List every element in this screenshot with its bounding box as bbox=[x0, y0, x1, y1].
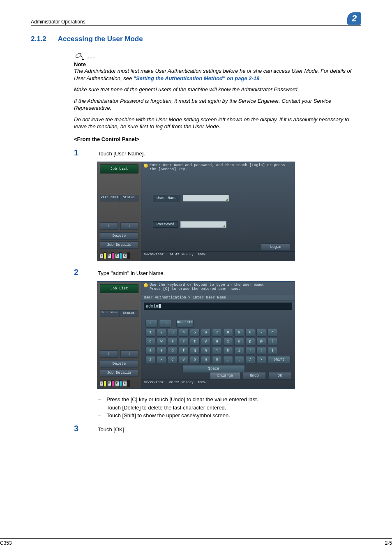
key-3[interactable]: 3 bbox=[168, 329, 178, 337]
key-9[interactable]: 9 bbox=[234, 329, 244, 337]
key-][interactable]: ] bbox=[267, 347, 277, 355]
toner-levels-2: Y M C K bbox=[100, 380, 138, 387]
key--[interactable]: - bbox=[256, 329, 266, 337]
hint-bulb-icon bbox=[144, 164, 148, 168]
key-i[interactable]: i bbox=[223, 338, 233, 346]
key-\[interactable]: \ bbox=[256, 356, 266, 364]
key-0[interactable]: 0 bbox=[245, 329, 255, 337]
tab-user-name-2[interactable]: User Name bbox=[100, 310, 119, 317]
key-left[interactable]: ← bbox=[145, 320, 158, 328]
key-5[interactable]: 5 bbox=[190, 329, 200, 337]
tab-status[interactable]: Status bbox=[119, 195, 138, 201]
key-v[interactable]: v bbox=[179, 356, 189, 364]
entered-user-name-value: admin bbox=[146, 304, 158, 309]
key-w[interactable]: w bbox=[157, 338, 166, 346]
panel1-date: 04/03/2007 bbox=[144, 252, 164, 260]
key-z[interactable]: z bbox=[145, 356, 155, 364]
key-o[interactable]: o bbox=[234, 338, 244, 346]
login-screen-figure: Job List User Name Status ↑ ↓ Delete Job… bbox=[97, 162, 295, 261]
bullet-1: Press the [C] key or touch [Undo] to cle… bbox=[106, 395, 258, 404]
key-y[interactable]: y bbox=[201, 338, 211, 346]
bullet-dash: – bbox=[98, 404, 101, 412]
bullet-3: Touch [Shift] to show the upper case/sym… bbox=[106, 412, 230, 420]
keyboard-hint-text: Use the keyboard or keypad to type in th… bbox=[150, 283, 265, 291]
section-title: Accessing the User Mode bbox=[58, 35, 143, 43]
key-:[interactable]: : bbox=[256, 347, 266, 355]
tab-user-name[interactable]: User Name bbox=[100, 195, 119, 201]
user-name-label: User Name bbox=[153, 195, 180, 201]
key-l[interactable]: l bbox=[234, 347, 244, 355]
key-.[interactable]: . bbox=[234, 356, 244, 364]
key-2[interactable]: 2 bbox=[157, 329, 166, 337]
key-right[interactable]: → bbox=[159, 320, 171, 328]
step-3-text: Touch [OK]. bbox=[98, 426, 361, 433]
delete-button-2[interactable]: Delete bbox=[100, 360, 138, 368]
key-a[interactable]: a bbox=[145, 347, 155, 355]
key-6[interactable]: 6 bbox=[201, 329, 211, 337]
key-7[interactable]: 7 bbox=[212, 329, 222, 337]
footer-model: C353 bbox=[0, 540, 12, 546]
panel2-date: 07/27/2007 bbox=[144, 380, 164, 388]
step-1-text: Touch [User Name]. bbox=[98, 150, 361, 157]
section-number: 2.1.2 bbox=[31, 35, 46, 43]
job-list-button-2[interactable]: Job List bbox=[100, 284, 138, 293]
arrow-up-button-2[interactable]: ↑ bbox=[100, 350, 118, 358]
ok-button[interactable]: OK bbox=[268, 372, 291, 379]
job-details-button-2[interactable]: Job Details bbox=[100, 369, 138, 377]
key-r[interactable]: r bbox=[179, 338, 189, 346]
key-t[interactable]: t bbox=[190, 338, 200, 346]
key-s[interactable]: s bbox=[157, 347, 166, 355]
key-u[interactable]: u bbox=[212, 338, 222, 346]
hint-bulb-icon-2 bbox=[144, 283, 148, 287]
job-details-button[interactable]: Job Details bbox=[100, 241, 138, 249]
key-g[interactable]: g bbox=[190, 347, 200, 355]
key-d[interactable]: d bbox=[168, 347, 178, 355]
key-[[interactable]: [ bbox=[267, 338, 277, 346]
key-4[interactable]: 4 bbox=[179, 329, 189, 337]
undo-button[interactable]: Undo bbox=[243, 372, 266, 379]
key-;[interactable]: ; bbox=[245, 347, 255, 355]
user-name-field[interactable] bbox=[183, 195, 229, 201]
from-control-panel-heading: <From the Control Panel> bbox=[74, 136, 361, 142]
key-shift[interactable]: Shift bbox=[267, 356, 291, 364]
note-label: Note bbox=[74, 61, 361, 67]
key-h[interactable]: h bbox=[201, 347, 211, 355]
panel1-time: 14:42 bbox=[169, 252, 179, 260]
key-k[interactable]: k bbox=[223, 347, 233, 355]
key-f[interactable]: f bbox=[179, 347, 189, 355]
bullet-2: Touch [Delete] to delete the last charac… bbox=[106, 404, 226, 412]
key-c[interactable]: c bbox=[168, 356, 178, 364]
key-x[interactable]: x bbox=[157, 356, 166, 364]
key-delete[interactable]: De- lete bbox=[176, 320, 194, 328]
key-e[interactable]: e bbox=[168, 338, 178, 346]
memory-pct: 100% bbox=[197, 252, 205, 256]
key-,[interactable]: , bbox=[223, 356, 233, 364]
key-j[interactable]: j bbox=[212, 347, 222, 355]
enlarge-button[interactable]: Enlarge bbox=[210, 372, 240, 379]
arrow-down-button[interactable]: ↓ bbox=[120, 222, 138, 230]
key-8[interactable]: 8 bbox=[223, 329, 233, 337]
key-b[interactable]: b bbox=[190, 356, 200, 364]
arrow-up-button[interactable]: ↑ bbox=[100, 222, 118, 230]
login-button[interactable]: Login bbox=[261, 243, 291, 251]
chapter-number-badge: 2 bbox=[347, 12, 361, 25]
footer-page: 2-5 bbox=[385, 540, 392, 546]
key-^[interactable]: ^ bbox=[267, 329, 277, 337]
note-link-auth-method[interactable]: "Setting the Authentication Method" on p… bbox=[134, 75, 260, 81]
password-field[interactable] bbox=[180, 221, 226, 228]
bullet-dash: – bbox=[98, 412, 101, 420]
key-n[interactable]: n bbox=[201, 356, 211, 364]
note-dots: ... bbox=[87, 52, 96, 60]
key-@[interactable]: @ bbox=[256, 338, 266, 346]
job-list-button[interactable]: Job List bbox=[100, 164, 138, 173]
key-/[interactable]: / bbox=[245, 356, 255, 364]
entered-user-name-field[interactable]: admin bbox=[144, 303, 292, 310]
key-1[interactable]: 1 bbox=[145, 329, 155, 337]
key-q[interactable]: q bbox=[145, 338, 155, 346]
key-p[interactable]: p bbox=[245, 338, 255, 346]
key-m[interactable]: m bbox=[212, 356, 222, 364]
delete-button[interactable]: Delete bbox=[100, 232, 138, 240]
arrow-down-button-2[interactable]: ↓ bbox=[120, 350, 138, 358]
tab-status-2[interactable]: Status bbox=[119, 310, 138, 317]
step-3-number: 3 bbox=[74, 424, 98, 433]
